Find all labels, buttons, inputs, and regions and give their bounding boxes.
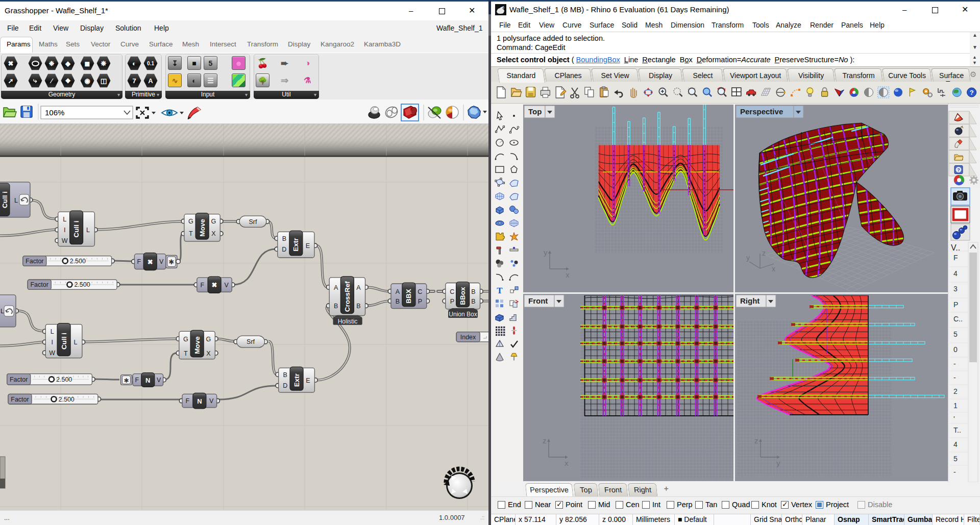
svg-text:L: L xyxy=(51,328,54,335)
svg-text:L: L xyxy=(1,308,4,315)
svg-text:6: 6 xyxy=(502,6,504,9)
svg-text:B: B xyxy=(283,371,287,379)
svg-text:0: 0 xyxy=(953,345,958,354)
svg-text:G: G xyxy=(211,218,216,225)
svg-text:BBX: BBX xyxy=(405,289,412,304)
svg-text:T: T xyxy=(189,230,193,237)
svg-text:?: ? xyxy=(970,89,974,96)
svg-text:W: W xyxy=(49,349,55,357)
svg-text:✖: ✖ xyxy=(148,258,153,266)
svg-text:Extr: Extr xyxy=(293,373,301,387)
svg-text:V..: V.. xyxy=(951,243,960,252)
svg-text:1: 1 xyxy=(953,402,958,410)
svg-text:z: z xyxy=(543,436,547,445)
svg-text:x: x xyxy=(566,270,570,279)
svg-text:y: y xyxy=(746,254,750,262)
svg-text:T: T xyxy=(184,350,188,357)
svg-text:3: 3 xyxy=(953,285,958,293)
svg-text:Move: Move xyxy=(199,219,206,237)
svg-text:z: z xyxy=(754,436,758,445)
svg-text:T: T xyxy=(497,286,503,295)
svg-text:2.500: 2.500 xyxy=(59,396,75,403)
svg-text:N: N xyxy=(197,397,202,405)
svg-text:-: - xyxy=(953,360,956,368)
svg-text:Srf: Srf xyxy=(247,338,255,345)
svg-text:E: E xyxy=(306,377,310,384)
svg-text:Factor: Factor xyxy=(10,376,28,383)
svg-text:Index: Index xyxy=(460,334,476,341)
svg-text:B: B xyxy=(471,288,475,295)
svg-text:A: A xyxy=(334,284,338,291)
svg-text:C: C xyxy=(418,288,422,295)
svg-text:Union Box: Union Box xyxy=(449,311,477,318)
svg-text:X: X xyxy=(211,230,216,237)
svg-text:Cull i: Cull i xyxy=(72,220,80,237)
svg-text:B: B xyxy=(356,303,360,310)
svg-text:Perspective: Perspective xyxy=(740,107,783,116)
svg-text:F: F xyxy=(953,254,958,262)
svg-text:B: B xyxy=(471,298,475,305)
svg-text:Factor: Factor xyxy=(11,396,29,403)
svg-text:L: L xyxy=(74,339,77,346)
svg-text:G: G xyxy=(206,336,211,343)
svg-text:Cull i: Cull i xyxy=(60,333,68,349)
svg-text:G: G xyxy=(183,336,188,343)
svg-text:2.500: 2.500 xyxy=(74,281,90,288)
svg-text:y: y xyxy=(544,248,548,257)
svg-text:Factor: Factor xyxy=(30,281,48,288)
svg-text:A: A xyxy=(396,288,400,295)
svg-text:I: I xyxy=(51,339,53,346)
svg-text:V: V xyxy=(225,282,229,289)
svg-text:2.500: 2.500 xyxy=(70,258,86,265)
svg-text:z: z xyxy=(762,249,766,257)
svg-text:F: F xyxy=(186,397,190,405)
svg-text:5: 5 xyxy=(953,330,958,338)
svg-text:4: 4 xyxy=(953,269,958,278)
svg-text:BBox: BBox xyxy=(459,287,467,305)
svg-text:': ' xyxy=(953,415,955,423)
svg-text:D: D xyxy=(282,246,286,253)
svg-text:C: C xyxy=(450,288,454,295)
svg-text:N: N xyxy=(145,377,150,384)
svg-text:2: 2 xyxy=(953,387,958,395)
svg-text:106%: 106% xyxy=(45,108,64,117)
svg-text:?: ? xyxy=(957,167,960,172)
svg-text:L: L xyxy=(86,227,90,234)
svg-text:P: P xyxy=(418,298,422,305)
svg-text:y: y xyxy=(776,459,780,467)
svg-text:-: - xyxy=(953,373,956,382)
svg-text:✖: ✖ xyxy=(212,281,217,289)
svg-text:CrossRef: CrossRef xyxy=(344,281,351,312)
svg-text:I: I xyxy=(64,227,65,234)
svg-text:A: A xyxy=(356,284,361,291)
svg-text:L: L xyxy=(14,197,18,204)
svg-text:F: F xyxy=(135,377,139,384)
svg-text:Srf: Srf xyxy=(249,218,257,226)
svg-text:x: x xyxy=(772,265,775,273)
svg-text:-: - xyxy=(953,468,956,476)
svg-text:C..: C.. xyxy=(953,315,963,323)
svg-text:Front: Front xyxy=(528,296,548,305)
svg-text:4: 4 xyxy=(953,440,958,448)
svg-text:V: V xyxy=(209,397,214,405)
svg-text:B: B xyxy=(282,235,286,242)
svg-text:D: D xyxy=(283,382,287,389)
svg-text:W: W xyxy=(62,237,68,244)
svg-text:2.500: 2.500 xyxy=(56,376,72,383)
svg-text:V: V xyxy=(157,377,161,384)
svg-text:Move: Move xyxy=(193,336,201,354)
svg-text:Cull i: Cull i xyxy=(2,191,9,208)
svg-text:P: P xyxy=(450,298,454,305)
svg-text:Holistic: Holistic xyxy=(338,318,358,325)
svg-text:Factor: Factor xyxy=(26,258,43,265)
svg-text:✱: ✱ xyxy=(124,377,129,384)
svg-text:Top: Top xyxy=(528,107,542,116)
svg-text:Right: Right xyxy=(740,296,760,305)
svg-text:L: L xyxy=(63,216,66,223)
svg-text:P: P xyxy=(953,301,958,309)
svg-text:F: F xyxy=(137,258,141,265)
svg-text:B: B xyxy=(334,303,338,310)
svg-text:E: E xyxy=(306,242,310,249)
svg-text:5: 5 xyxy=(953,455,958,463)
svg-text:X: X xyxy=(206,350,211,357)
